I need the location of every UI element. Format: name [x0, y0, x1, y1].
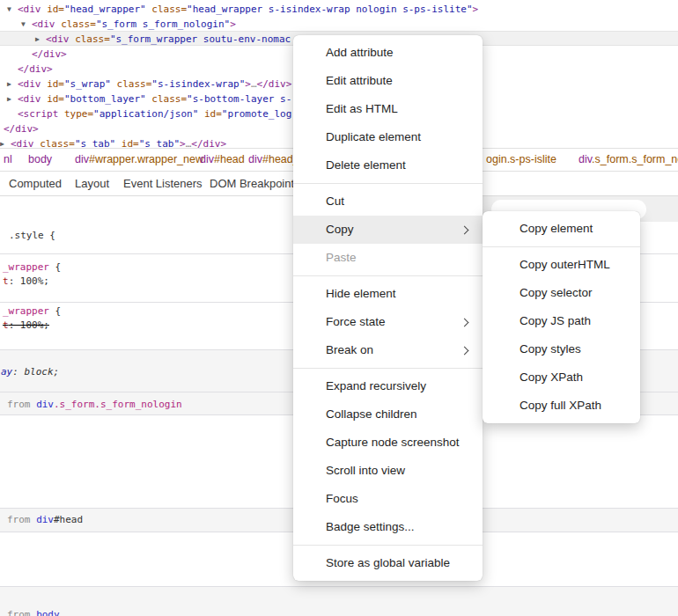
code-token: class= — [61, 18, 96, 30]
code-token: "promote_log — [222, 108, 291, 120]
code-token: { — [49, 261, 61, 273]
code-token: </div> — [4, 123, 39, 135]
code-token: ogin.s-ps-islite — [486, 153, 556, 165]
dom-tree-node[interactable]: </div> — [32, 47, 67, 62]
code-token: </div> — [18, 63, 53, 75]
style-rule-text: from div.s_form.s_form_nologin — [7, 398, 182, 411]
breadcrumb-item[interactable]: body — [28, 149, 52, 171]
code-token: <div — [46, 33, 75, 45]
style-rule-text: t: 100%; — [3, 319, 49, 332]
breadcrumb-item[interactable]: nl — [4, 149, 12, 171]
copy-submenu: Copy elementCopy outerHTMLCopy selectorC… — [483, 211, 640, 423]
submenu-chevron-icon — [461, 226, 469, 235]
code-token: #wrapper.wrapper_new — [89, 153, 203, 165]
menu-item-paste[interactable]: Paste — [293, 244, 483, 272]
tab-event-listeners[interactable]: Event Listeners — [123, 172, 203, 195]
expand-arrow-icon[interactable]: ▶ — [7, 77, 18, 92]
menu-item-hide-element[interactable]: Hide element — [293, 280, 483, 308]
code-token: div — [248, 153, 262, 165]
menu-item-cut[interactable]: Cut — [293, 187, 483, 216]
code-token: "bottom_layer" — [64, 93, 146, 105]
context-menu: Add attributeEdit attributeEdit as HTMLD… — [293, 35, 483, 581]
menu-item-store-as-global-variable[interactable]: Store as global variable — [293, 549, 483, 577]
menu-item-collapse-children[interactable]: Collapse children — [293, 400, 483, 429]
dom-tree-node[interactable]: ▼<div class="s_form s_form_nologin"> — [32, 17, 236, 32]
code-token: div — [36, 514, 54, 525]
code-token: id= — [47, 93, 64, 105]
tab-layout[interactable]: Layout — [75, 172, 109, 195]
dom-tree-node-selected[interactable]: ▶<div class="s_form_wrapper soutu-env-no… — [46, 32, 291, 47]
breadcrumb-item[interactable]: div.s_form.s_form_nolog — [579, 149, 678, 171]
submenu-chevron-icon — [461, 319, 469, 327]
submenu-item-copy-outerhtml[interactable]: Copy outerHTML — [483, 251, 640, 279]
menu-item-add-attribute[interactable]: Add attribute — [293, 39, 483, 67]
menu-item-copy[interactable]: Copy — [293, 216, 483, 244]
code-token: t — [3, 275, 9, 287]
code-token: div — [579, 153, 592, 165]
code-token: _wrapper — [3, 305, 49, 317]
breadcrumb-item[interactable]: div#wrapper.wrapper_new — [75, 149, 203, 171]
code-token: nl — [4, 153, 12, 165]
code-token: "head_wrapper" — [64, 4, 146, 15]
code-token: "s-bottom-layer s- — [187, 93, 291, 105]
code-token: "head_wrapper s-isindex-wrap nologin s-p… — [187, 4, 473, 15]
code-token: </div> — [32, 48, 67, 60]
code-token: class= — [151, 93, 187, 105]
code-token — [198, 108, 204, 120]
menu-item-badge-settings[interactable]: Badge settings... — [293, 513, 483, 541]
code-token: <div — [18, 93, 47, 105]
menu-item-capture-node-screenshot[interactable]: Capture node screenshot — [293, 429, 483, 457]
expand-arrow-icon[interactable]: ▶ — [35, 32, 46, 47]
breadcrumb-item[interactable]: div#head — [200, 149, 245, 171]
code-token: <div — [32, 18, 61, 30]
inherited-from-row-bg — [0, 586, 678, 616]
code-token: > — [230, 18, 236, 30]
style-rule-text: .style { — [9, 229, 55, 242]
code-token: class= — [75, 33, 110, 45]
dom-tree-node[interactable]: ▶<div id="bottom_layer" class="s-bottom-… — [18, 92, 291, 106]
code-token: : — [12, 366, 24, 378]
code-token: _wrapper — [3, 261, 49, 273]
dom-tree-node[interactable]: </div> — [4, 121, 39, 136]
menu-item-force-state[interactable]: Force state — [293, 308, 483, 336]
code-token: { — [49, 305, 61, 317]
rule-divider — [0, 586, 678, 587]
menu-item-scroll-into-view[interactable]: Scroll into view — [293, 457, 483, 485]
style-rule-text: _wrapper { — [3, 260, 61, 274]
code-token: from — [7, 514, 36, 525]
tab-computed[interactable]: Computed — [9, 172, 62, 195]
style-rule-text: ay: block; — [1, 365, 59, 378]
submenu-chevron-icon — [461, 347, 469, 356]
expand-arrow-icon[interactable]: ▶ — [7, 92, 18, 106]
menu-item-edit-as-html[interactable]: Edit as HTML — [293, 95, 483, 123]
menu-separator — [293, 183, 483, 184]
menu-item-focus[interactable]: Focus — [293, 485, 483, 513]
menu-item-edit-attribute[interactable]: Edit attribute — [293, 67, 483, 95]
code-token: "s_wrap" — [64, 78, 111, 90]
code-token: #head — [54, 514, 83, 525]
collapse-arrow-icon[interactable]: ▼ — [7, 2, 18, 17]
menu-item-duplicate-element[interactable]: Duplicate element — [293, 123, 483, 151]
dom-tree-node[interactable]: </div> — [18, 62, 53, 77]
dom-tree-node[interactable]: ▶<div id="s_wrap" class="s-isindex-wrap"… — [18, 77, 291, 92]
code-token: <div — [18, 78, 47, 90]
submenu-item-copy-selector[interactable]: Copy selector — [483, 279, 640, 307]
submenu-item-copy-element[interactable]: Copy element — [483, 215, 640, 243]
dom-tree-node[interactable]: <script type="application/json" id="prom… — [18, 106, 291, 121]
breadcrumb-item[interactable]: ogin.s-ps-islite — [486, 149, 556, 171]
submenu-item-copy-xpath[interactable]: Copy XPath — [483, 363, 640, 392]
menu-item-delete-element[interactable]: Delete element — [293, 151, 483, 180]
dom-tree-node[interactable]: ▼<div id="head_wrapper" class="head_wrap… — [18, 2, 478, 17]
collapse-arrow-icon[interactable]: ▼ — [21, 17, 32, 32]
menu-separator — [293, 275, 483, 276]
devtools-window: { "dom_tree": { "lines": [ {"indent":20,… — [0, 0, 678, 616]
submenu-item-copy-js-path[interactable]: Copy JS path — [483, 307, 640, 335]
menu-item-break-on[interactable]: Break on — [293, 336, 483, 364]
code-token: </div> — [257, 78, 292, 90]
code-token: #head — [214, 153, 245, 165]
tab-dom-breakpoints[interactable]: DOM Breakpoints — [210, 172, 300, 195]
menu-item-expand-recursively[interactable]: Expand recursively — [293, 372, 483, 400]
submenu-item-copy-styles[interactable]: Copy styles — [483, 335, 640, 363]
submenu-item-copy-full-xpath[interactable]: Copy full XPath — [483, 392, 640, 420]
code-token: div — [200, 153, 214, 165]
